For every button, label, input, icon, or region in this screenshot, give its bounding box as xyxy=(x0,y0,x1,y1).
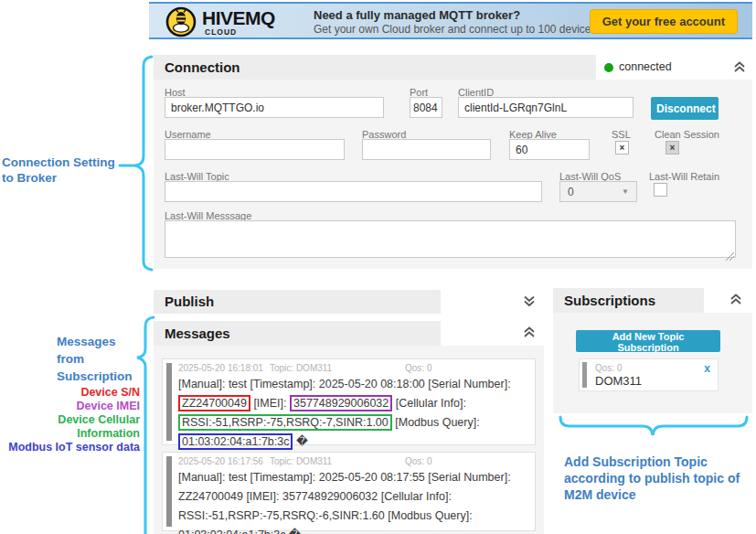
subscription-item-bar xyxy=(582,362,587,388)
connection-note: Connection Setting to Broker xyxy=(2,155,115,186)
port-input[interactable] xyxy=(410,97,442,118)
username-input[interactable] xyxy=(165,139,345,160)
connected-dot-icon xyxy=(604,63,613,72)
subscriptions-title: Subscriptions xyxy=(564,293,655,308)
legend-device-sn: Device S/N xyxy=(0,386,140,400)
message-meta: 2025-05-20 16:17:56 Topic: DOM311 Qos: 0 xyxy=(178,456,529,466)
page: HIVEMQ CLOUD Need a fully managed MQTT b… xyxy=(0,0,756,534)
message-payload: [Manual]: test [Timestamp]: 2025-05-20 0… xyxy=(178,468,529,534)
legend-modbus-data: Modbus IoT sensor data xyxy=(0,441,140,454)
clean-session-checkbox[interactable]: × xyxy=(665,141,679,155)
lastwill-topic-input[interactable] xyxy=(165,181,542,202)
connection-status: connected xyxy=(619,60,672,73)
host-input[interactable] xyxy=(165,97,384,118)
message-card-bar xyxy=(166,456,172,527)
messages-note: Messages from Subscription xyxy=(57,333,133,385)
ssl-checkbox[interactable]: × xyxy=(615,141,629,155)
message-card: 2025-05-20 16:17:56 Topic: DOM311 Qos: 0… xyxy=(162,452,536,531)
subscription-item: Qos: 0 x DOM311 xyxy=(579,358,719,391)
banner-headline: Need a fully managed MQTT broker? xyxy=(314,8,520,22)
lastwill-retain-label: Last-Will Retain xyxy=(649,171,719,182)
message-qos: Qos: 0 xyxy=(405,456,431,466)
payload-legend: Device S/N Device IMEI Device Cellular I… xyxy=(0,386,140,454)
add-subscription-button[interactable]: Add New Topic Subscription xyxy=(576,330,720,352)
message-qos: Qos: 0 xyxy=(405,363,431,373)
message-topic: Topic: DOM311 xyxy=(270,363,405,373)
messages-collapse-icon[interactable] xyxy=(521,325,538,339)
disconnect-button[interactable]: Disconnect xyxy=(651,97,719,120)
hivemq-banner: HIVEMQ CLOUD Need a fully managed MQTT b… xyxy=(149,2,752,39)
message-timestamp: 2025-05-20 16:18:01 xyxy=(178,363,270,373)
message-payload: [Manual]: test [Timestamp]: 2025-05-20 0… xyxy=(178,375,529,452)
clean-session-label: Clean Session xyxy=(655,129,719,140)
subscription-qos: Qos: 0 xyxy=(595,363,622,373)
legend-device-imei: Device IMEI xyxy=(0,400,140,413)
brand-name[interactable]: HIVEMQ xyxy=(202,7,275,29)
connection-collapse-icon[interactable] xyxy=(731,59,748,74)
publish-title: Publish xyxy=(165,294,214,309)
clientid-input[interactable] xyxy=(458,97,634,118)
lastwill-retain-checkbox[interactable] xyxy=(654,183,667,197)
message-topic: Topic: DOM311 xyxy=(270,456,405,466)
get-free-account-button[interactable]: Get your free account xyxy=(590,9,738,34)
lastwill-message-textarea[interactable] xyxy=(165,220,736,258)
brand-sub: CLOUD xyxy=(205,27,237,37)
remove-subscription-icon[interactable]: x xyxy=(704,362,710,375)
legend-device-cellular: Device Cellular Information xyxy=(0,413,140,441)
serial-number-highlight: ZZ24700049 xyxy=(178,395,250,411)
password-input[interactable] xyxy=(362,139,491,160)
messages-title: Messages xyxy=(165,326,230,341)
subscription-topic: DOM311 xyxy=(595,374,642,388)
keepalive-input[interactable] xyxy=(509,139,590,160)
ssl-label: SSL xyxy=(612,129,631,140)
lastwill-qos-select[interactable]: 0 ▼ xyxy=(559,181,637,202)
publish-expand-icon[interactable] xyxy=(521,294,538,308)
cellular-highlight: RSSI:-51,RSRP:-75,RSRQ:-7,SINR:1.00 xyxy=(178,414,392,431)
connection-title: Connection xyxy=(165,59,240,75)
hivemq-bee-icon[interactable] xyxy=(165,6,197,41)
add-subscription-note: Add Subscription Topic according to publ… xyxy=(564,454,756,503)
message-card: 2025-05-20 16:18:01 Topic: DOM311 Qos: 0… xyxy=(162,358,536,445)
subscriptions-collapse-icon[interactable] xyxy=(728,292,744,306)
imei-highlight: 357748929006032 xyxy=(290,395,392,411)
modbus-highlight: 01:03:02:04:a1:7b:3c xyxy=(178,433,293,450)
message-card-bar xyxy=(166,363,172,441)
chevron-down-icon: ▼ xyxy=(622,187,629,196)
message-meta: 2025-05-20 16:18:01 Topic: DOM311 Qos: 0 xyxy=(178,363,529,373)
resize-handle-icon[interactable] xyxy=(726,248,734,264)
message-timestamp: 2025-05-20 16:17:56 xyxy=(178,456,270,466)
